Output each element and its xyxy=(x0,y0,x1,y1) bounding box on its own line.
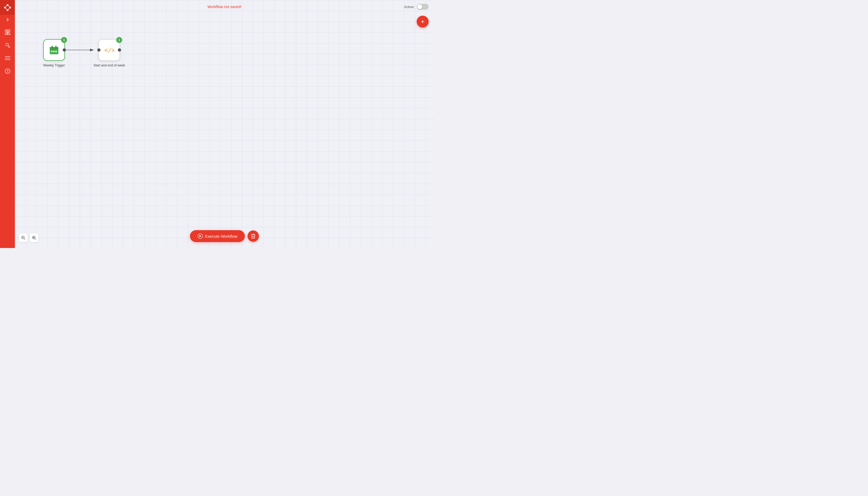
svg-rect-29 xyxy=(51,51,52,52)
svg-rect-26 xyxy=(50,47,58,50)
code-input-dot[interactable] xyxy=(97,48,100,51)
code-badge: 1 xyxy=(116,37,122,43)
bottom-toolbar: Execute Workflow xyxy=(15,230,434,242)
trigger-output-dot[interactable] xyxy=(63,48,66,51)
topbar: Workflow not saved! Active: xyxy=(15,0,434,14)
active-toggle-switch[interactable] xyxy=(417,4,429,10)
connector-arrow xyxy=(64,46,94,54)
svg-rect-31 xyxy=(56,51,57,52)
execute-label: Execute Workflow xyxy=(205,234,237,238)
sidebar-logo[interactable] xyxy=(0,0,15,15)
node-connector xyxy=(64,39,94,61)
active-label: Active: xyxy=(404,5,415,9)
calendar-icon xyxy=(49,45,59,55)
svg-line-39 xyxy=(24,238,25,239)
sidebar-nav: ? xyxy=(2,27,13,248)
workflow-canvas xyxy=(15,0,434,248)
trash-icon xyxy=(251,234,255,238)
sidebar: ? xyxy=(0,0,15,248)
svg-rect-30 xyxy=(53,51,55,52)
zoom-controls xyxy=(19,233,38,242)
active-toggle-area: Active: xyxy=(404,4,429,10)
zoom-out-icon xyxy=(21,236,26,240)
svg-line-7 xyxy=(5,7,7,10)
svg-rect-27 xyxy=(52,46,53,48)
zoom-out-button[interactable] xyxy=(19,233,28,242)
trigger-node-label: Weekly Trigger xyxy=(43,63,65,67)
svg-rect-8 xyxy=(5,30,7,31)
play-icon xyxy=(198,233,203,239)
add-node-button[interactable]: + xyxy=(417,16,429,28)
node-box-trigger[interactable]: 1 xyxy=(43,39,65,61)
zoom-in-icon xyxy=(32,236,36,240)
code-output-dot[interactable] xyxy=(118,48,121,51)
svg-rect-28 xyxy=(56,46,57,48)
svg-line-4 xyxy=(5,5,7,7)
code-node-label: Start and end of week xyxy=(93,63,125,67)
delete-workflow-button[interactable] xyxy=(248,230,259,242)
svg-line-6 xyxy=(7,7,10,10)
svg-text:?: ? xyxy=(6,69,9,73)
svg-line-18 xyxy=(9,47,9,48)
node-box-code[interactable]: 1 </> xyxy=(98,39,120,61)
add-icon: + xyxy=(421,18,424,26)
svg-rect-10 xyxy=(5,33,7,35)
node-code[interactable]: 1 </> Start and end of week xyxy=(93,39,125,67)
execute-workflow-button[interactable]: Execute Workflow xyxy=(190,230,245,242)
svg-line-5 xyxy=(7,5,10,7)
svg-marker-35 xyxy=(199,235,201,237)
sidebar-item-credentials[interactable] xyxy=(2,40,13,50)
sidebar-item-executions[interactable] xyxy=(2,53,13,63)
sidebar-item-workflows[interactable] xyxy=(2,27,13,37)
svg-rect-11 xyxy=(8,33,10,35)
code-icon: </> xyxy=(104,47,114,53)
svg-text:</>: </> xyxy=(104,47,114,53)
workflow-nodes: 1 Weekly Trigger 1 xyxy=(43,39,125,67)
toggle-knob xyxy=(417,4,422,9)
trigger-badge: 1 xyxy=(61,37,67,43)
workflow-status: Workflow not saved! xyxy=(207,4,242,9)
sidebar-item-help[interactable]: ? xyxy=(2,66,13,76)
sidebar-expand-button[interactable] xyxy=(0,15,15,25)
zoom-in-button[interactable] xyxy=(30,233,38,242)
svg-rect-9 xyxy=(8,30,10,31)
svg-point-16 xyxy=(6,43,9,46)
node-weekly-trigger[interactable]: 1 Weekly Trigger xyxy=(43,39,65,67)
svg-line-42 xyxy=(35,238,36,239)
